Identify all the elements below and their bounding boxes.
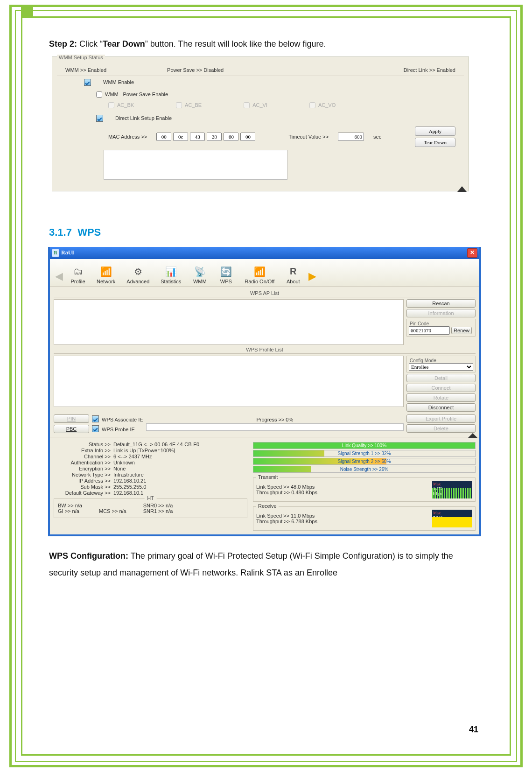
mac-input-5[interactable] xyxy=(240,133,255,141)
wmm-status: WMM >> Enabled xyxy=(65,67,106,73)
config-mode-group: Config Mode Enrollee xyxy=(406,356,476,372)
tear-down-ref: Tear Down xyxy=(103,39,145,49)
collapse-up-icon[interactable] xyxy=(468,433,477,438)
section-heading: 3.1.7 WPS xyxy=(49,224,483,240)
wmm-icon: 📡 xyxy=(192,266,207,278)
wps-associate-ie-checkbox[interactable] xyxy=(92,415,99,422)
step-label: Step 2: xyxy=(49,39,77,49)
direct-link-list[interactable] xyxy=(104,150,287,180)
titlebar: R RaUI ✕ xyxy=(50,247,479,259)
wps-profile-list[interactable] xyxy=(54,356,404,407)
wps-icon: 🔄 xyxy=(218,266,233,278)
direct-link-status: Direct Link >> Enabled xyxy=(404,67,455,73)
wps-configuration-text: WPS Configuration: The primary goal of W… xyxy=(49,547,483,581)
mac-input-2[interactable] xyxy=(190,133,205,141)
mac-input-3[interactable] xyxy=(207,133,222,141)
about-icon: R xyxy=(286,266,301,278)
noise-strength-bar: Noise Strength >> 26% xyxy=(253,466,476,473)
pin-button: PIN xyxy=(54,414,89,423)
step-2-instruction: Step 2: Click “Tear Down” button. The re… xyxy=(49,37,483,51)
delete-button: Delete xyxy=(406,424,476,433)
window-title: RaUI xyxy=(61,249,74,256)
gear-icon: ⚙ xyxy=(131,266,146,278)
app-icon: R xyxy=(52,249,59,257)
ac-bk-checkbox xyxy=(108,102,114,108)
nav-right-icon[interactable]: ▶ xyxy=(306,267,318,285)
pin-code-input[interactable] xyxy=(409,326,450,335)
tear-down-button[interactable]: Tear Down xyxy=(415,138,455,147)
power-save-status: Power Save >> Disabled xyxy=(167,67,224,73)
connect-button: Connect xyxy=(406,384,476,392)
raui-window: R RaUI ✕ ◀ 🗂Profile 📶Network ⚙Advanced 📊… xyxy=(48,247,481,536)
profile-icon: 🗂 xyxy=(70,266,85,278)
detail-button: Detail xyxy=(406,374,476,382)
timeout-value-input[interactable] xyxy=(338,133,364,141)
page-number: 41 xyxy=(469,725,478,735)
wps-probe-ie-checkbox[interactable] xyxy=(92,425,99,432)
wmm-setup-status-panel: WMM Setup Status WMM >> Enabled Power Sa… xyxy=(52,56,469,191)
wmm-enable-label: WMM Enable xyxy=(103,79,134,85)
close-icon[interactable]: ✕ xyxy=(467,248,477,258)
direct-link-enable-checkbox[interactable] xyxy=(96,115,103,122)
apply-button[interactable]: Apply xyxy=(415,126,455,136)
tab-advanced[interactable]: ⚙Advanced xyxy=(121,265,155,285)
tab-wps[interactable]: 🔄WPS xyxy=(213,265,239,285)
wmm-group-title: WMM Setup Status xyxy=(57,55,105,60)
signal-strength-1-bar: Signal Strength 1 >> 32% xyxy=(253,450,476,457)
mac-address-label: MAC Address >> xyxy=(108,134,147,140)
config-mode-select[interactable]: Enrollee xyxy=(409,363,473,371)
timeout-label: Timeout Value >> xyxy=(288,134,329,140)
tab-about[interactable]: RAbout xyxy=(280,265,306,285)
statistics-icon: 📊 xyxy=(163,266,178,278)
ac-vo-checkbox xyxy=(309,102,315,108)
tab-statistics[interactable]: 📊Statistics xyxy=(155,265,187,285)
transmit-graph: Max 1.472Kbps xyxy=(432,481,472,498)
tab-wmm[interactable]: 📡WMM xyxy=(187,265,213,285)
ht-group: HT BW >> n/a GI >> n/a MCS >> n/a SNR0 >… xyxy=(54,498,247,518)
wps-profile-list-label: WPS Profile List xyxy=(54,347,476,352)
mac-input-1[interactable] xyxy=(173,133,188,141)
disconnect-button[interactable]: Disconnect xyxy=(406,403,476,412)
link-quality-bar: Link Quality >> 100% xyxy=(253,442,476,449)
transmit-group: Transmit Link Speed >> 48.0 Mbps Through… xyxy=(253,477,476,502)
receive-graph: Max 7.540Kbps xyxy=(432,510,472,527)
signal-strength-2-bar: Signal Strength 2 >> 60% xyxy=(253,458,476,465)
expand-up-icon[interactable] xyxy=(457,186,467,192)
timeout-unit: sec xyxy=(373,134,381,140)
power-save-enable-checkbox[interactable] xyxy=(96,91,102,98)
wmm-enable-checkbox[interactable] xyxy=(84,79,91,86)
tab-profile[interactable]: 🗂Profile xyxy=(65,265,91,285)
direct-link-enable-label: Direct Link Setup Enable xyxy=(115,115,172,121)
receive-group: Receive Link Speed >> 11.0 Mbps Throughp… xyxy=(253,506,476,531)
radio-icon: 📶 xyxy=(252,266,267,278)
nav-left-icon[interactable]: ◀ xyxy=(53,267,65,285)
wps-ap-list-label: WPS AP List xyxy=(54,290,476,296)
wps-ap-list[interactable] xyxy=(54,299,404,345)
progress-label: Progress >> 0% xyxy=(146,417,404,422)
information-button: Information xyxy=(406,309,476,317)
pbc-button[interactable]: PBC xyxy=(54,425,89,433)
tab-network[interactable]: 📶Network xyxy=(91,265,121,285)
network-icon: 📶 xyxy=(98,266,113,278)
rescan-button[interactable]: Rescan xyxy=(406,299,476,308)
ac-be-checkbox xyxy=(176,102,182,108)
progress-bar xyxy=(146,423,404,431)
export-profile-button: Export Profile xyxy=(406,414,476,423)
rotate-button: Rotate xyxy=(406,393,476,402)
link-status-panel: Status >>Default_11G <--> 00-06-4F-44-CB… xyxy=(54,441,247,531)
mac-input-4[interactable] xyxy=(224,133,238,141)
renew-button[interactable]: Renew xyxy=(451,327,472,334)
tab-radio[interactable]: 📶Radio On/Off xyxy=(239,265,280,285)
mac-input-0[interactable] xyxy=(156,133,171,141)
toolbar: ◀ 🗂Profile 📶Network ⚙Advanced 📊Statistic… xyxy=(50,259,479,287)
pin-code-group: Pin Code Renew xyxy=(406,319,476,337)
ac-vi-checkbox xyxy=(244,102,250,108)
